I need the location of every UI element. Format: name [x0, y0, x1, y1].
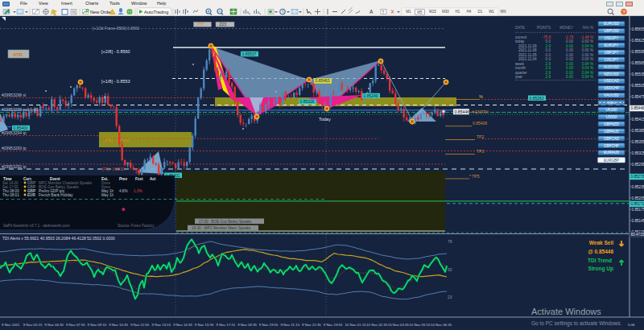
svg-text:POINTS: POINTS	[537, 26, 551, 30]
svg-text:0.00: 0.00	[566, 57, 573, 61]
svg-text:DATE: DATE	[515, 26, 525, 30]
svg-text:UK100: UK100	[606, 108, 617, 112]
svg-text:# ENTRY: # ENTRY	[472, 109, 489, 114]
svg-text:0.85273: 0.85273	[631, 175, 644, 179]
svg-text:0.04 %: 0.04 %	[582, 71, 593, 75]
svg-text:50: 50	[448, 267, 452, 272]
svg-text:78: 78	[448, 239, 452, 244]
svg-text:0.85325: 0.85325	[632, 151, 644, 155]
svg-text:0.85235: 0.85235	[632, 185, 644, 189]
svg-text:0.00: 0.00	[566, 48, 573, 52]
svg-text:[+1/8] - 0.8553: [+1/8] - 0.8553	[101, 79, 130, 84]
svg-text:*: *	[122, 206, 126, 216]
svg-text:0.85505: 0.85505	[632, 84, 644, 88]
svg-text:GBPCHF: GBPCHF	[604, 144, 619, 148]
svg-text:0.00: 0.00	[566, 44, 573, 48]
svg-text:0.85446: 0.85446	[631, 106, 644, 110]
svg-text:0.85205: 0.85205	[632, 196, 644, 200]
svg-text:AutoTrading: AutoTrading	[144, 10, 168, 14]
svg-text:GBPJPY: GBPJPY	[605, 51, 619, 55]
svg-text:GBPAUD: GBPAUD	[604, 130, 619, 134]
svg-text:0.00: 0.00	[566, 39, 573, 43]
svg-text:0.00: 0.00	[566, 75, 573, 79]
svg-text:0.0: 0.0	[546, 48, 551, 52]
svg-text:0.04 %: 0.04 %	[582, 44, 593, 48]
svg-text:Go to PC settings to activate: Go to PC settings to activate Windows.	[531, 320, 622, 327]
svg-text:Act: Act	[150, 177, 156, 181]
svg-text:2.9: 2.9	[546, 75, 551, 79]
svg-text:9 Nov 2021: 9 Nov 2021	[2, 323, 20, 327]
svg-text:777: 777	[197, 22, 204, 27]
svg-text:19:30 - MPC Member Mann Speaks: 19:30 - MPC Member Mann Speaks	[192, 226, 251, 230]
svg-text:2021.11.05: 2021.11.05	[518, 53, 537, 57]
svg-text:#29953298 sell 0.45: #29953298 sell 0.45	[2, 107, 38, 112]
svg-text:0.85408: 0.85408	[473, 121, 487, 126]
svg-text:2021.11.04: 2021.11.04	[518, 57, 537, 61]
svg-text:0.85475: 0.85475	[632, 95, 644, 99]
svg-text:0.00 %: 0.00 %	[582, 48, 593, 52]
svg-text:0.04 %: 0.04 %	[582, 62, 593, 66]
svg-text:Thu 08:01: Thu 08:01	[2, 193, 19, 197]
svg-text:Strong Up: Strong Up	[588, 266, 613, 272]
svg-text:month: month	[515, 66, 526, 70]
svg-text:0.04 %: 0.04 %	[582, 75, 593, 79]
svg-text:9 Nov 22:35: 9 Nov 22:35	[302, 323, 321, 327]
svg-text:USDCHF: USDCHF	[604, 86, 619, 90]
svg-text:-2.79: -2.79	[565, 35, 574, 39]
svg-text:EURUSD: EURUSD	[604, 22, 620, 26]
svg-text:9 Nov 18:35: 9 Nov 18:35	[237, 323, 257, 327]
svg-text:CADJPY: CADJPY	[605, 58, 619, 62]
svg-text:TP3: TP3	[477, 149, 484, 154]
svg-text:[P8] - 0.8537: [P8] - 0.8537	[105, 138, 130, 142]
svg-text:0.85595: 0.85595	[632, 50, 644, 54]
svg-text:Weak Sell: Weak Sell	[589, 240, 613, 245]
svg-text:0.85446: 0.85446	[455, 109, 470, 114]
svg-text:0.00: 0.00	[566, 66, 573, 70]
svg-text:0.85326: 0.85326	[300, 99, 315, 104]
svg-text:0.0: 0.0	[546, 39, 551, 43]
svg-text:T: T	[382, 10, 385, 14]
svg-text:9 Nov 17:15: 9 Nov 17:15	[217, 323, 236, 327]
svg-text:GBPNZD: GBPNZD	[604, 122, 620, 126]
svg-text:0.85535: 0.85535	[632, 72, 644, 76]
svg-text:9 Nov 10:35: 9 Nov 10:35	[109, 323, 128, 327]
svg-text:0.85537: 0.85537	[242, 52, 257, 56]
svg-text:0.0: 0.0	[546, 53, 551, 57]
svg-text:#29953292 tp: #29953292 tp	[2, 164, 27, 169]
svg-text:[P8] - 0.8530: [P8] - 0.8530	[102, 167, 125, 171]
svg-text:0.85625: 0.85625	[632, 39, 644, 43]
svg-text:2.9: 2.9	[546, 71, 551, 75]
svg-text:EUR: EUR	[27, 193, 35, 197]
svg-text:A: A	[369, 9, 374, 14]
svg-text:0.85295: 0.85295	[632, 163, 644, 167]
svg-text:0.85400: 0.85400	[14, 126, 28, 130]
svg-text:0.85263: 0.85263	[530, 96, 544, 101]
svg-text:Activate Windows: Activate Windows	[531, 307, 601, 316]
svg-text:2.9: 2.9	[546, 62, 551, 66]
svg-text:French Bank Holiday: French Bank Holiday	[39, 193, 73, 197]
svg-text:9 Nov 14:35: 9 Nov 14:35	[173, 323, 192, 327]
svg-text:0.85385: 0.85385	[632, 129, 644, 133]
svg-text:9 Nov 23:55: 9 Nov 23:55	[324, 323, 343, 327]
svg-text:#29953294 tp: #29953294 tp	[2, 130, 27, 135]
svg-text:0.0: 0.0	[546, 57, 551, 61]
svg-text:Prev: Prev	[119, 177, 127, 181]
svg-text:[+2/8] - 0.8560: [+2/8] - 0.8560	[101, 49, 130, 54]
svg-text:@ 0.85446: @ 0.85446	[588, 249, 613, 254]
svg-text:9 Nov 21:15: 9 Nov 21:15	[280, 323, 299, 327]
svg-text:Z23: Z23	[220, 22, 227, 27]
svg-text:Source: Forex Factory: Source: Forex Factory	[118, 224, 155, 228]
svg-text:0.00: 0.00	[566, 71, 573, 75]
svg-text:10 Nov 05:15: 10 Nov 05:15	[409, 323, 431, 327]
svg-text:0.85463: 0.85463	[316, 78, 330, 83]
svg-text:10 Nov 02:35: 10 Nov 02:35	[366, 323, 388, 327]
svg-text:TP2: TP2	[477, 134, 484, 139]
svg-text:NZDUSD: NZDUSD	[604, 72, 619, 76]
svg-text:TDI Trend: TDI Trend	[588, 258, 612, 263]
svg-text:GBPCAD: GBPCAD	[604, 137, 620, 141]
svg-text:2021.11.09: 2021.11.09	[518, 44, 537, 48]
svg-text:New Order: New Order	[90, 10, 112, 14]
svg-text:2.9: 2.9	[546, 66, 551, 70]
svg-text:-1.48 %: -1.48 %	[580, 35, 593, 39]
svg-text:9 Nov 19:55: 9 Nov 19:55	[259, 323, 279, 327]
